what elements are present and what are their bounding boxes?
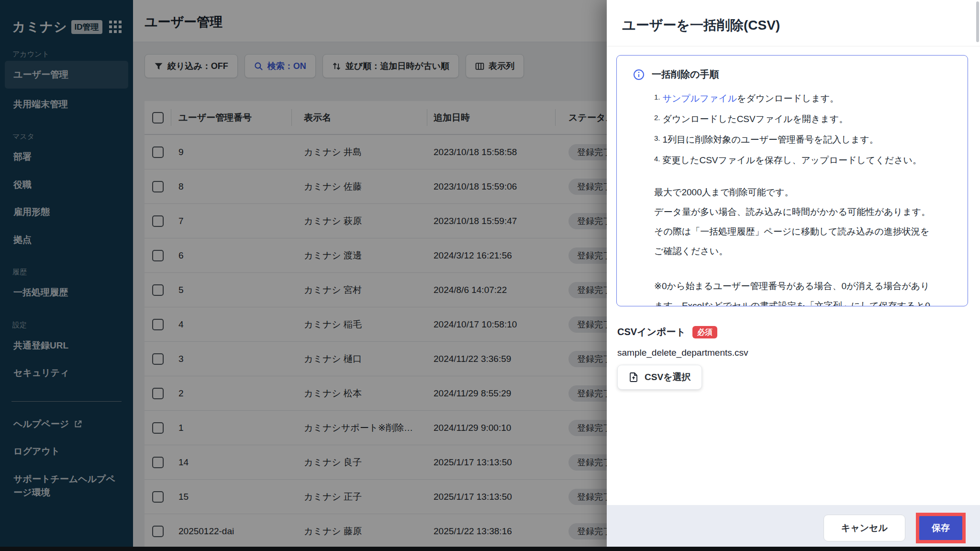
save-button[interactable]: 保存	[919, 516, 962, 540]
delete-step: 3.1列目に削除対象のユーザー管理番号を記入します。	[654, 129, 951, 149]
required-badge: 必須	[692, 326, 717, 338]
modal-overlay[interactable]	[0, 0, 607, 551]
drawer-footer: キャンセル 保存	[607, 505, 980, 551]
info-heading: 一括削除の手順	[652, 68, 719, 81]
info-paragraph-1: 最大で2000人まで削除可能です。データ量が多い場合、読み込みに時間がかかる可能…	[654, 182, 951, 261]
csv-filename: sample_delete_departments.csv	[617, 348, 748, 358]
delete-step: 1.サンプルファイルをダウンロードします。	[654, 88, 951, 108]
delete-step: 2.ダウンロードしたCSVファイルを開きます。	[654, 108, 951, 129]
delete-steps-list: 1.サンプルファイルをダウンロードします。2.ダウンロードしたCSVファイルを開…	[654, 88, 951, 170]
sample-file-link[interactable]: サンプルファイル	[663, 93, 737, 103]
drawer-title: ユーザーを一括削除(CSV)	[607, 0, 980, 34]
annotation-highlight-box: 保存	[916, 513, 966, 543]
delete-step: 4.変更したCSVファイルを保存し、アップロードしてください。	[654, 149, 951, 170]
bulk-delete-drawer: ユーザーを一括削除(CSV) 一括削除の手順 1.サンプルファイルをダウンロード…	[607, 0, 980, 551]
window-bottom-edge	[0, 547, 980, 551]
drawer-divider	[607, 46, 980, 46]
info-icon	[633, 69, 645, 80]
info-paragraph-2: ※0から始まるユーザー管理番号がある場合、0が消える場合があります。Excelな…	[654, 276, 951, 306]
csv-import-label: CSVインポート	[617, 326, 686, 338]
drawer-scrollbar-thumb[interactable]	[976, 1, 979, 42]
csv-select-button[interactable]: CSVを選択	[617, 365, 702, 390]
info-box: 一括削除の手順 1.サンプルファイルをダウンロードします。2.ダウンロードしたC…	[616, 55, 968, 306]
file-upload-icon	[628, 372, 639, 382]
cancel-button[interactable]: キャンセル	[824, 515, 905, 541]
